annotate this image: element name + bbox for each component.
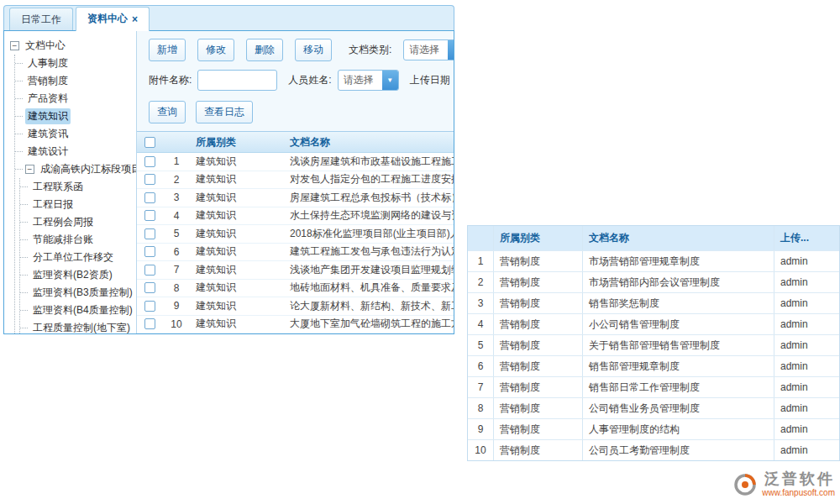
row-number: 8	[162, 282, 191, 294]
table-row[interactable]: 2 建筑知识 对发包人指定分包的工程施工进度安排...	[137, 171, 454, 190]
column-header-docname[interactable]: 文档名称	[285, 135, 454, 150]
row-uploader: admin	[774, 377, 839, 397]
tree-node-project[interactable]: − 成渝高铁内江标段项目	[15, 160, 136, 178]
fanpu-logo-url[interactable]: www.fanpusoft.com	[762, 488, 835, 497]
person-name-label: 人员姓名:	[288, 73, 331, 87]
tree-node-category[interactable]: 人事制度	[15, 55, 136, 72]
table-row[interactable]: 5 建筑知识 2018标准化监理项目部(业主项目部)人员...	[137, 225, 454, 244]
tab-label: 资料中心	[87, 12, 128, 26]
table-row[interactable]: 9 营销制度 人事管理制度的结构 admin	[468, 418, 839, 439]
table-row[interactable]: 1 营销制度 市场营销部管理规章制度 admin	[468, 250, 839, 271]
tree-node-category[interactable]: 建筑设计	[15, 143, 136, 160]
tree-node-project-item[interactable]: 监理资料(B3质量控制)	[20, 284, 136, 302]
tree-node-project-item[interactable]: 工程例会周报	[20, 213, 136, 231]
table-row[interactable]: 5 营销制度 关于销售部管理销售管理制度 admin	[468, 334, 839, 355]
tree-node-project-item[interactable]: 监理资料(B4质量控制)	[20, 302, 136, 319]
row-docname: 地砖地面材料、机具准备、质量要求及...	[285, 281, 454, 295]
row-uploader: admin	[774, 398, 839, 418]
tab-data-center[interactable]: 资料中心 ×	[76, 7, 150, 31]
row-category: 营销制度	[493, 335, 582, 355]
documents-table: 所属别类 文档名称 1 建筑知识 浅谈房屋建筑和市政基础设施工程施工... 2 …	[137, 131, 454, 333]
row-checkbox[interactable]	[144, 156, 155, 167]
tree-node-project-item[interactable]: 工程联系函	[20, 178, 136, 196]
row-uploader: admin	[774, 251, 839, 271]
table-row[interactable]: 7 营销制度 销售部日常工作管理制度 admin	[468, 376, 839, 397]
row-checkbox[interactable]	[144, 318, 155, 329]
tree-node-category[interactable]: 营销制度	[15, 72, 136, 90]
table-row[interactable]: 8 营销制度 公司销售业务员管理制度 admin	[468, 397, 839, 418]
tree-node-label: 监理资料(B2资质)	[30, 267, 115, 283]
collapse-icon[interactable]: −	[10, 41, 19, 50]
table-row[interactable]: 2 营销制度 市场营销部内部会议管理制度 admin	[468, 271, 839, 292]
row-category: 建筑知识	[191, 317, 285, 331]
tree-node-label: 节能减排台账	[30, 232, 96, 248]
row-checkbox[interactable]	[144, 210, 155, 221]
edit-button[interactable]: 修改	[197, 39, 234, 61]
document-list-panel: 新增 修改 删除 移动 文档类别: 请选择 ▼ 文档 附件名称: 人员姓名: 请…	[137, 31, 454, 333]
tree-node-category[interactable]: 建筑知识	[15, 108, 136, 125]
toolbar-filters-row: 附件名称: 人员姓名: 请选择 ▼ 上传日期	[137, 61, 454, 91]
tree-node-document-center[interactable]: − 文档中心	[10, 37, 136, 55]
row-docname: 关于销售部管理销售管理制度	[582, 335, 774, 355]
column-header-uploader[interactable]: 上传...	[774, 226, 839, 250]
person-select[interactable]: 请选择 ▼	[338, 70, 399, 91]
table-row[interactable]: 3 营销制度 销售部奖惩制度 admin	[468, 292, 839, 313]
row-checkbox[interactable]	[144, 174, 155, 185]
tree-node-label: 成渝高铁内江标段项目	[38, 161, 137, 177]
table-row[interactable]: 10 建筑知识 大厦地下室加气砼墙砌筑工程的施工方...	[137, 316, 454, 334]
column-header-category[interactable]: 所属别类	[493, 226, 582, 250]
column-header-docname[interactable]: 文档名称	[582, 226, 774, 250]
query-button[interactable]: 查询	[149, 101, 186, 123]
row-number: 2	[468, 272, 493, 292]
column-header-category[interactable]: 所属别类	[191, 135, 285, 150]
select-all-checkbox[interactable]	[144, 137, 155, 148]
table-row[interactable]: 7 建筑知识 浅谈地产集团开发建设项目监理规划编...	[137, 261, 454, 280]
row-number: 6	[468, 356, 493, 376]
table-row[interactable]: 10 营销制度 公司员工考勤管理制度 admin	[468, 439, 839, 460]
row-number: 10	[468, 440, 493, 460]
tree-root-label: 文档中心	[23, 38, 68, 54]
fanpu-logo-name: 泛普软件	[764, 471, 835, 488]
tree-node-label: 工程联系函	[30, 179, 86, 195]
row-checkbox[interactable]	[144, 192, 155, 203]
table-row[interactable]: 8 建筑知识 地砖地面材料、机具准备、质量要求及...	[137, 280, 454, 298]
table-row[interactable]: 6 营销制度 销售部管理规章制度 admin	[468, 355, 839, 376]
delete-button[interactable]: 删除	[246, 39, 283, 61]
table-row[interactable]: 9 建筑知识 论大厦新材料、新结构、新技术、新工...	[137, 297, 454, 316]
doc-type-select[interactable]: 请选择 ▼	[403, 39, 454, 60]
tree-node-project-item[interactable]: 监理资料(B2资质)	[20, 266, 136, 284]
row-checkbox[interactable]	[144, 228, 155, 239]
table-row[interactable]: 6 建筑知识 建筑工程施工发包与承包违法行为认定...	[137, 244, 454, 262]
row-category: 营销制度	[493, 251, 582, 271]
attachment-name-input[interactable]	[197, 70, 277, 91]
row-number: 5	[468, 335, 493, 355]
row-docname: 论大厦新材料、新结构、新技术、新工...	[285, 299, 454, 313]
tree-node-label: 人事制度	[25, 55, 71, 71]
row-checkbox[interactable]	[144, 246, 155, 257]
row-category: 建筑知识	[191, 281, 285, 295]
tree-node-category[interactable]: 建筑资讯	[15, 125, 136, 143]
table-row[interactable]: 1 建筑知识 浅谈房屋建筑和市政基础设施工程施工...	[137, 153, 454, 171]
person-select-value: 请选择	[339, 73, 382, 87]
collapse-icon[interactable]: −	[25, 165, 34, 174]
tree-node-project-item[interactable]: 分工单位工作移交	[20, 249, 136, 266]
move-button[interactable]: 移动	[295, 39, 332, 61]
tree-node-project-item[interactable]: 工程日报	[20, 196, 136, 213]
tree-node-project-item[interactable]: 节能减排台账	[20, 231, 136, 249]
row-checkbox[interactable]	[144, 282, 155, 293]
add-button[interactable]: 新增	[149, 39, 186, 61]
row-checkbox[interactable]	[144, 301, 155, 312]
row-checkbox[interactable]	[144, 265, 155, 276]
table-row[interactable]: 4 营销制度 小公司销售管理制度 admin	[468, 313, 839, 334]
view-log-button[interactable]: 查看日志	[196, 101, 253, 123]
tab-daily-work[interactable]: 日常工作	[9, 8, 73, 30]
doc-type-label: 文档类别:	[349, 43, 391, 57]
tree-node-project-item[interactable]: 工程质量控制(地下室)	[20, 319, 136, 333]
row-category: 建筑知识	[191, 208, 285, 223]
tab-close-icon[interactable]: ×	[132, 14, 138, 24]
table-row[interactable]: 4 建筑知识 水土保持生态环境监测网络的建设与资...	[137, 207, 454, 226]
row-number: 9	[162, 300, 191, 312]
documents-table-header: 所属别类 文档名称	[137, 132, 454, 153]
tree-node-category[interactable]: 产品资料	[15, 90, 136, 108]
table-row[interactable]: 3 建筑知识 房屋建筑工程总承包投标书（技术标）...	[137, 189, 454, 207]
